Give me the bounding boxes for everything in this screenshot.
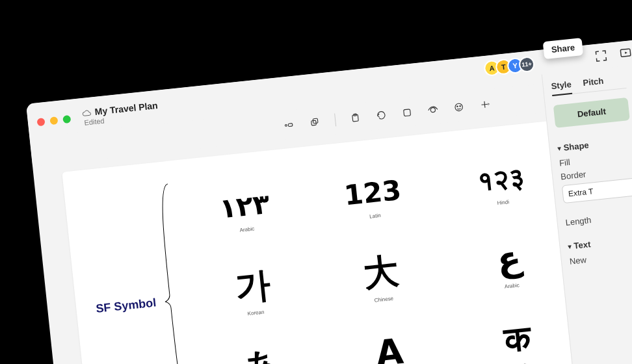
tool-crop-icon[interactable]	[398, 103, 417, 122]
glyph-caption: Arabic	[505, 283, 520, 290]
glyph: 가	[234, 267, 272, 306]
glyph-caption: Korean	[247, 309, 265, 317]
glyph: क	[503, 320, 532, 358]
glyph-caption: Arabic	[239, 226, 255, 233]
window-controls	[36, 115, 71, 126]
glyph: A	[374, 333, 404, 364]
tab-style[interactable]: Style	[551, 79, 572, 96]
tool-quicklook-icon[interactable]	[424, 100, 443, 119]
title-block: My Travel Plan Edited	[81, 101, 159, 127]
text-value[interactable]: New	[569, 249, 632, 266]
fullscreen-icon[interactable]	[593, 48, 609, 64]
section-text[interactable]: ▾Text	[568, 234, 632, 252]
svg-point-9	[457, 105, 458, 107]
cloud-icon	[81, 109, 91, 118]
tool-duplicate-icon[interactable]	[306, 112, 324, 131]
svg-point-0	[285, 124, 287, 126]
inspector-tabs: Style Pitch	[551, 73, 627, 96]
field-length[interactable]: Length	[565, 210, 632, 228]
glyph: ع	[495, 240, 523, 278]
svg-rect-6	[404, 109, 411, 116]
tool-emoji-icon[interactable]	[449, 98, 468, 116]
border-style-select[interactable]: Extra T	[562, 177, 632, 203]
svg-point-10	[460, 105, 461, 107]
tool-selector-icon[interactable]	[280, 116, 298, 135]
tool-add-icon[interactable]	[475, 95, 494, 114]
section-shape[interactable]: ▾Shape	[557, 136, 632, 153]
glyph: 123	[343, 177, 402, 210]
svg-rect-1	[288, 123, 293, 126]
present-icon[interactable]	[618, 46, 632, 61]
tab-pitch[interactable]: Pitch	[583, 76, 604, 88]
glyph: १२३	[476, 164, 525, 196]
tool-undo-icon[interactable]	[372, 106, 391, 125]
glyph: 大	[362, 254, 400, 292]
preset-default[interactable]: Default	[553, 98, 630, 128]
canvas-legend: SF Symbol	[95, 296, 157, 316]
zoom-icon[interactable]	[62, 115, 71, 124]
tool-paste-icon[interactable]	[346, 109, 365, 127]
close-icon[interactable]	[36, 118, 45, 126]
svg-point-8	[454, 103, 462, 110]
glyph-caption: Latin	[369, 213, 381, 220]
glyph-caption: Hindi	[497, 199, 509, 206]
share-button[interactable]: Share	[543, 38, 584, 59]
minimize-icon[interactable]	[49, 116, 58, 125]
glyph: あ	[242, 346, 281, 364]
app-window: My Travel Plan Edited SF Symbol	[26, 29, 632, 364]
svg-point-7	[430, 107, 436, 112]
glyph-caption: Chinese	[374, 296, 393, 304]
glyph: ١٢٣	[218, 190, 271, 223]
